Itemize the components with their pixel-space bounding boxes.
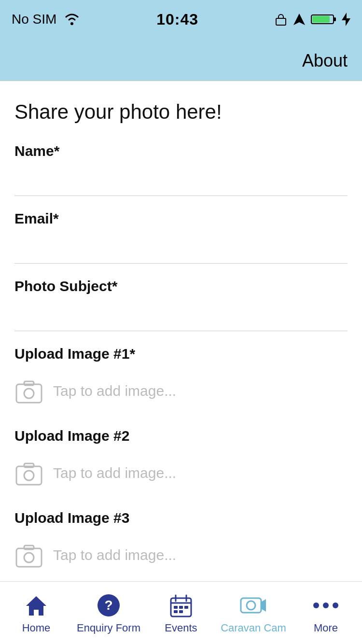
tab-home-label: Home (22, 622, 51, 634)
upload1-placeholder: Tap to add image... (53, 383, 176, 399)
svg-rect-7 (16, 384, 42, 403)
status-left: No SIM (12, 12, 81, 27)
svg-text:?: ? (104, 598, 112, 613)
upload2-placeholder: Tap to add image... (53, 465, 176, 481)
upload2-group: Upload Image #2 Tap to add image... (14, 428, 348, 492)
svg-marker-16 (26, 596, 46, 616)
svg-rect-26 (174, 610, 178, 613)
photo-subject-input[interactable] (14, 302, 348, 331)
main-content: Share your photo here! Name* Email* Phot… (0, 81, 362, 611)
tab-caravan-cam[interactable]: Caravan Cam (217, 592, 290, 634)
events-icon (167, 592, 195, 619)
name-label: Name* (14, 143, 348, 159)
tab-enquiry-form[interactable]: ? Enquiry Form (72, 592, 145, 634)
svg-rect-10 (16, 466, 42, 485)
svg-rect-25 (184, 606, 188, 609)
camera3-icon (14, 541, 43, 570)
upload1-label: Upload Image #1* (14, 346, 348, 362)
camera2-icon (14, 459, 43, 488)
svg-marker-2 (293, 14, 305, 25)
svg-rect-12 (24, 463, 34, 467)
charging-icon (342, 13, 350, 26)
more-icon (312, 592, 339, 619)
upload3-label: Upload Image #3 (14, 510, 348, 526)
svg-point-29 (247, 601, 255, 610)
enquiry-icon: ? (95, 592, 122, 619)
upload3-trigger[interactable]: Tap to add image... (14, 536, 348, 574)
svg-point-8 (24, 389, 34, 398)
page-title: Share your photo here! (14, 100, 348, 124)
svg-point-32 (323, 602, 329, 608)
home-icon (23, 592, 50, 619)
svg-point-14 (24, 553, 34, 562)
svg-point-11 (24, 471, 34, 480)
name-form-group: Name* (14, 143, 348, 196)
email-input[interactable] (14, 235, 348, 264)
battery-icon (311, 13, 337, 26)
photo-subject-form-group: Photo Subject* (14, 278, 348, 331)
svg-point-31 (313, 602, 319, 608)
lock-icon (274, 13, 288, 26)
svg-point-33 (333, 602, 338, 608)
tab-more[interactable]: More (290, 592, 362, 634)
svg-rect-9 (24, 381, 34, 385)
photo-subject-label: Photo Subject* (14, 278, 348, 294)
email-form-group: Email* (14, 210, 348, 264)
tab-events[interactable]: Events (145, 592, 217, 634)
svg-rect-15 (24, 546, 34, 549)
svg-rect-24 (179, 606, 183, 609)
camera1-icon (14, 377, 43, 406)
tab-more-label: More (314, 622, 338, 634)
svg-rect-5 (312, 16, 330, 23)
status-right (274, 13, 350, 26)
svg-rect-4 (334, 17, 336, 21)
svg-point-0 (70, 22, 73, 25)
svg-rect-23 (174, 606, 178, 609)
about-button[interactable]: About (302, 51, 348, 71)
nav-bar: About (0, 39, 362, 81)
wifi-icon (63, 13, 81, 26)
svg-rect-1 (276, 18, 286, 25)
name-input[interactable] (14, 167, 348, 196)
tab-caravan-cam-label: Caravan Cam (221, 622, 286, 634)
upload2-label: Upload Image #2 (14, 428, 348, 444)
tab-events-label: Events (165, 622, 197, 634)
tab-bar: Home ? Enquiry Form Events (0, 581, 362, 644)
location-icon (292, 13, 306, 26)
svg-rect-27 (179, 610, 183, 613)
status-bar: No SIM 10:43 (0, 0, 362, 39)
upload2-trigger[interactable]: Tap to add image... (14, 454, 348, 492)
tab-home[interactable]: Home (0, 592, 72, 634)
upload3-group: Upload Image #3 Tap to add image... (14, 510, 348, 574)
caravan-cam-icon (240, 592, 267, 619)
svg-rect-13 (16, 548, 42, 567)
upload1-trigger[interactable]: Tap to add image... (14, 372, 348, 410)
upload1-group: Upload Image #1* Tap to add image... (14, 346, 348, 410)
status-time: 10:43 (156, 11, 198, 28)
carrier-text: No SIM (12, 12, 56, 27)
svg-marker-6 (342, 13, 350, 26)
email-label: Email* (14, 210, 348, 227)
upload3-placeholder: Tap to add image... (53, 547, 176, 563)
tab-enquiry-label: Enquiry Form (77, 622, 140, 634)
